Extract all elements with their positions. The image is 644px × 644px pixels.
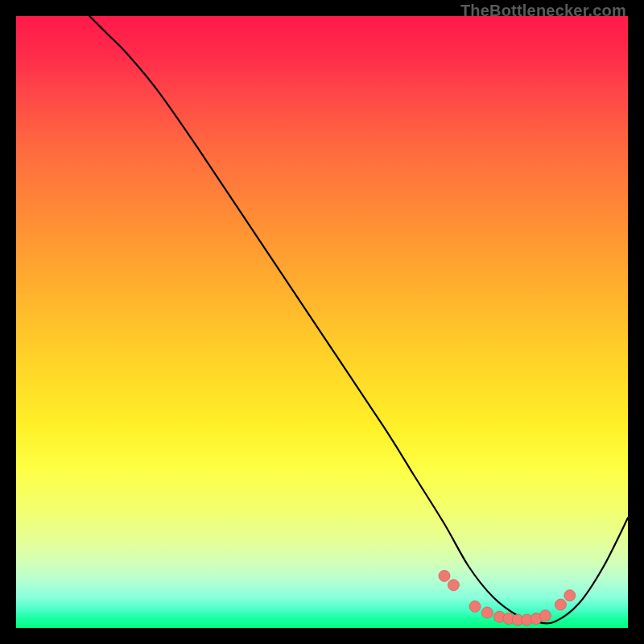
- highlight-marker: [448, 580, 459, 591]
- highlight-marker: [555, 599, 566, 610]
- chart-svg: [16, 16, 628, 628]
- highlight-marker: [481, 607, 493, 618]
- bottleneck-curve: [89, 16, 628, 623]
- highlight-marker: [469, 601, 481, 612]
- watermark-text: TheBottlenecker.com: [460, 2, 626, 20]
- plot-area: [16, 16, 628, 628]
- highlight-marker: [539, 610, 551, 621]
- highlight-marker: [439, 570, 450, 581]
- marker-group: [439, 570, 576, 625]
- chart-frame: TheBottlenecker.com: [0, 0, 644, 644]
- highlight-marker: [564, 590, 576, 601]
